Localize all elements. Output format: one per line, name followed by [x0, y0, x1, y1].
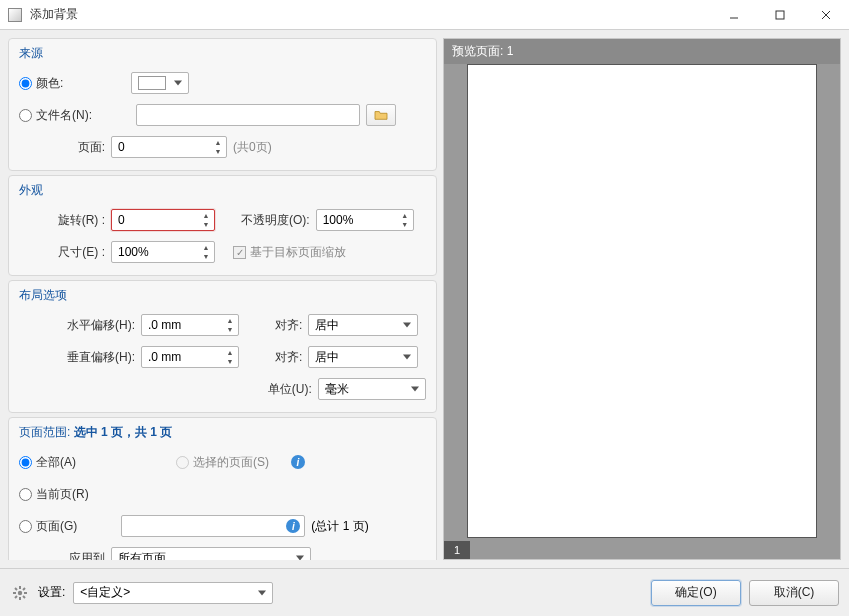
scale-checkbox[interactable]: 基于目标页面缩放	[233, 244, 346, 261]
radio-color[interactable]: 颜色:	[19, 75, 63, 92]
filename-input[interactable]	[136, 104, 360, 126]
app-icon	[8, 8, 22, 22]
folder-icon	[374, 109, 388, 121]
check-icon	[233, 246, 246, 259]
group-appearance-title: 外观	[19, 182, 426, 199]
settings-label: 设置:	[38, 584, 65, 601]
ok-button[interactable]: 确定(O)	[651, 580, 741, 606]
preview-body: 1	[444, 64, 840, 559]
settings-combo[interactable]: <自定义>	[73, 582, 273, 604]
group-appearance: 外观 旋转(R) : 0 ▲▼ 不透明度(O): 100% ▲▼ 尺寸(E)	[8, 175, 437, 276]
rotate-spin[interactable]: 0 ▲▼	[111, 209, 215, 231]
source-pages-label: 页面:	[19, 139, 105, 156]
svg-line-11	[23, 588, 25, 590]
window-title: 添加背景	[30, 6, 711, 23]
preview-pane: 预览页面: 1 1	[443, 38, 841, 560]
pages-total: (总计 1 页)	[311, 518, 368, 535]
color-swatch	[138, 76, 166, 90]
radio-selected-pages[interactable]: 选择的页面(S)	[176, 454, 269, 471]
svg-point-4	[18, 590, 22, 594]
valign-combo[interactable]: 居中	[308, 346, 418, 368]
maximize-button[interactable]	[757, 0, 803, 29]
opacity-spin[interactable]: 100% ▲▼	[316, 209, 414, 231]
radio-all[interactable]: 全部(A)	[19, 454, 76, 471]
radio-filename-label: 文件名(N):	[36, 107, 92, 124]
hoffset-label: 水平偏移(H):	[19, 317, 135, 334]
voffset-label: 垂直偏移(H):	[19, 349, 135, 366]
svg-line-12	[15, 596, 17, 598]
settings-gear-icon[interactable]	[10, 583, 30, 603]
source-pages-total: (共0页)	[233, 139, 272, 156]
preview-title: 预览页面: 1	[444, 39, 840, 64]
group-layout-title: 布局选项	[19, 287, 426, 304]
source-pages-spin[interactable]: 0 ▲▼	[111, 136, 227, 158]
halign-combo[interactable]: 居中	[308, 314, 418, 336]
group-range: 页面范围: 选中 1 页，共 1 页 全部(A) 选择的页面(S) i	[8, 417, 437, 560]
group-layout: 布局选项 水平偏移(H): .0 mm ▲▼ 对齐: 居中 垂直偏移(H):	[8, 280, 437, 413]
halign-label: 对齐:	[275, 317, 302, 334]
size-label: 尺寸(E) :	[19, 244, 105, 261]
pages-input[interactable]: i	[121, 515, 305, 537]
radio-current[interactable]: 当前页(R)	[19, 486, 89, 503]
voffset-spin[interactable]: .0 mm ▲▼	[141, 346, 239, 368]
rotate-label: 旋转(R) :	[19, 212, 105, 229]
minimize-button[interactable]	[711, 0, 757, 29]
apply-to-label: 应用到	[19, 550, 105, 561]
bottom-bar: 设置: <自定义> 确定(O) 取消(C)	[0, 568, 849, 616]
browse-button[interactable]	[366, 104, 396, 126]
svg-rect-1	[776, 11, 784, 19]
group-range-title: 页面范围: 选中 1 页，共 1 页	[19, 424, 426, 441]
radio-filename[interactable]: 文件名(N):	[19, 107, 92, 124]
group-source-title: 来源	[19, 45, 426, 62]
close-button[interactable]	[803, 0, 849, 29]
opacity-label: 不透明度(O):	[241, 212, 310, 229]
info-icon[interactable]: i	[291, 455, 305, 469]
info-icon[interactable]: i	[286, 519, 300, 533]
preview-page-number[interactable]: 1	[444, 541, 470, 559]
size-spin[interactable]: 100% ▲▼	[111, 241, 215, 263]
svg-line-9	[15, 588, 17, 590]
unit-label: 单位(U):	[268, 381, 312, 398]
group-source: 来源 颜色: 文件名(N):	[8, 38, 437, 171]
radio-pages[interactable]: 页面(G)	[19, 518, 77, 535]
valign-label: 对齐:	[275, 349, 302, 366]
preview-page	[467, 64, 817, 538]
window-buttons	[711, 0, 849, 29]
unit-combo[interactable]: 毫米	[318, 378, 426, 400]
color-picker[interactable]	[131, 72, 189, 94]
radio-color-label: 颜色:	[36, 75, 63, 92]
titlebar: 添加背景	[0, 0, 849, 30]
hoffset-spin[interactable]: .0 mm ▲▼	[141, 314, 239, 336]
apply-to-combo[interactable]: 所有页面	[111, 547, 311, 560]
svg-line-10	[23, 596, 25, 598]
cancel-button[interactable]: 取消(C)	[749, 580, 839, 606]
